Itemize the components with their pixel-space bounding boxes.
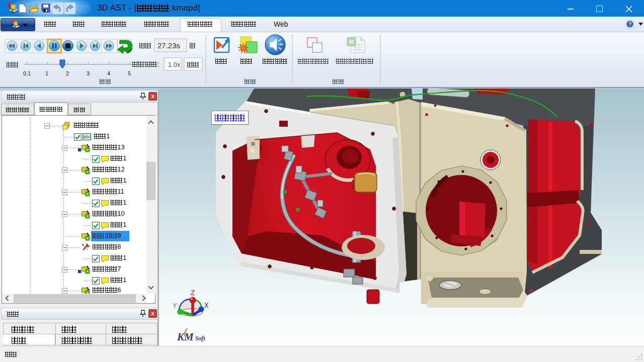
svg-text:X: X [204, 302, 209, 310]
svg-text:Y: Y [173, 302, 177, 310]
svg-text:?: ? [628, 22, 631, 27]
svg-text:Z: Z [191, 289, 195, 297]
